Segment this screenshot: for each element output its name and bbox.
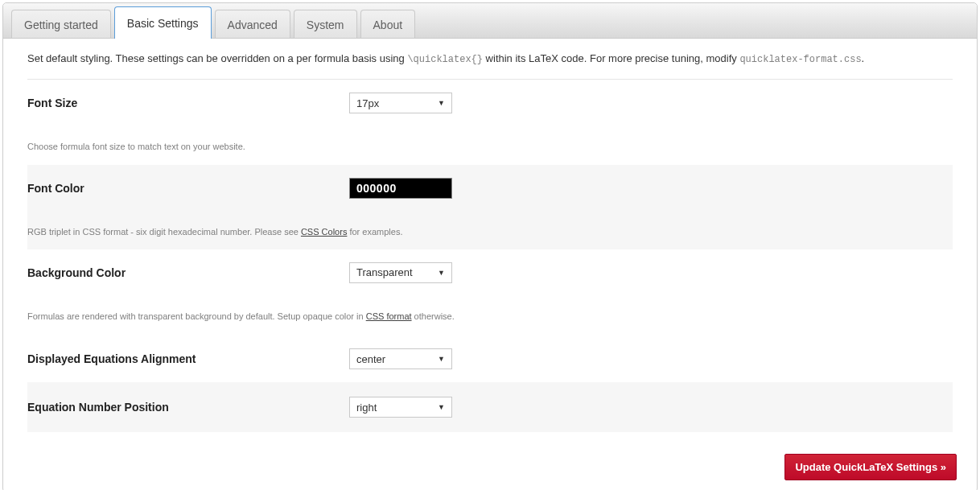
row-font-color: Font Color RGB triplet in CSS format - s… (27, 165, 953, 249)
update-settings-button[interactable]: Update QuickLaTeX Settings » (784, 454, 957, 480)
label-font-color: Font Color (27, 182, 349, 195)
tab-strip: Getting started Basic Settings Advanced … (3, 3, 977, 39)
select-numpos[interactable]: right ▼ (349, 397, 452, 418)
intro-part-a: Set default styling. These settings can … (27, 52, 407, 64)
settings-panel: Getting started Basic Settings Advanced … (2, 2, 978, 490)
help-bg-color-b: otherwise. (412, 311, 455, 321)
chevron-down-icon: ▼ (438, 99, 445, 107)
select-font-size[interactable]: 17px ▼ (349, 93, 452, 113)
link-css-format[interactable]: CSS format (366, 311, 412, 321)
tab-system[interactable]: System (294, 10, 357, 38)
link-css-colors[interactable]: CSS Colors (301, 227, 347, 237)
select-font-size-value: 17px (356, 97, 379, 109)
row-font-size: Font Size 17px ▼ Choose formula font siz… (27, 80, 953, 164)
help-font-color-b: for examples. (347, 227, 402, 237)
row-alignment: Displayed Equations Alignment center ▼ (27, 334, 953, 382)
select-alignment[interactable]: center ▼ (349, 348, 452, 369)
select-alignment-value: center (356, 353, 385, 365)
help-font-color-a: RGB triplet in CSS format - six digit he… (27, 227, 301, 237)
intro-text: Set default styling. These settings can … (27, 51, 953, 68)
row-numpos: Equation Number Position right ▼ (27, 382, 953, 432)
input-font-color[interactable] (349, 178, 452, 199)
intro-part-c: . (862, 52, 865, 64)
select-bg-color[interactable]: Transparent ▼ (349, 262, 452, 283)
label-bg-color: Background Color (27, 266, 349, 279)
label-numpos: Equation Number Position (27, 401, 349, 414)
intro-code-b: quicklatex-format.css (739, 54, 861, 65)
chevron-down-icon: ▼ (438, 355, 445, 363)
intro-code-a: \quicklatex{} (407, 54, 483, 65)
help-bg-color: Formulas are rendered with transparent b… (27, 311, 945, 323)
select-numpos-value: right (356, 401, 377, 414)
chevron-down-icon: ▼ (438, 269, 445, 277)
tab-about[interactable]: About (360, 10, 416, 38)
intro-part-b: within its LaTeX code. For more precise … (483, 52, 739, 64)
label-alignment: Displayed Equations Alignment (27, 352, 349, 365)
tab-advanced[interactable]: Advanced (215, 10, 290, 38)
tab-basic-settings[interactable]: Basic Settings (114, 6, 212, 39)
help-font-size: Choose formula font size to match text o… (27, 141, 945, 153)
help-font-color: RGB triplet in CSS format - six digit he… (27, 226, 945, 238)
select-bg-color-value: Transparent (356, 266, 413, 278)
label-font-size: Font Size (27, 97, 349, 109)
submit-bar: Update QuickLaTeX Settings » (3, 444, 977, 490)
chevron-down-icon: ▼ (438, 403, 445, 411)
help-bg-color-a: Formulas are rendered with transparent b… (27, 311, 366, 321)
row-bg-color: Background Color Transparent ▼ Formulas … (27, 249, 953, 334)
tab-getting-started[interactable]: Getting started (11, 10, 111, 38)
tab-body: Set default styling. These settings can … (3, 39, 977, 444)
